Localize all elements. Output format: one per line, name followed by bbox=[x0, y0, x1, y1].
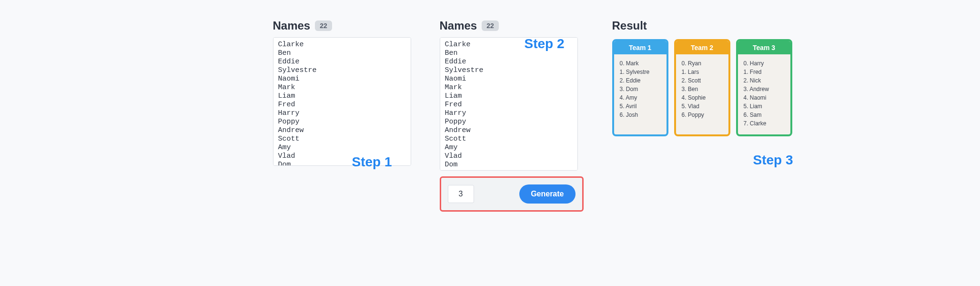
step2-panel: Names 22 Step 2 Generate bbox=[440, 19, 584, 212]
team-member: 6. Josh bbox=[620, 111, 661, 119]
names-count-badge: 22 bbox=[315, 20, 332, 31]
team-member: 5. Liam bbox=[744, 102, 785, 111]
team-member: 2. Nick bbox=[744, 76, 785, 85]
team-card: Team 20. Ryan1. Lars2. Scott3. Ben4. Sop… bbox=[674, 39, 730, 136]
team-member: 3. Ben bbox=[682, 85, 723, 93]
team-member: 7. Clarke bbox=[744, 119, 785, 128]
team-member: 2. Eddie bbox=[620, 76, 661, 85]
names-heading-2: Names bbox=[440, 19, 477, 32]
results-row: Team 10. Mark1. Sylvestre2. Eddie3. Dom4… bbox=[612, 39, 793, 136]
team-card: Team 30. Harry1. Fred2. Nick3. Andrew4. … bbox=[736, 39, 792, 136]
team-member: 3. Andrew bbox=[744, 85, 785, 93]
team-title: Team 3 bbox=[738, 41, 790, 54]
names-heading-row: Names 22 bbox=[273, 19, 411, 32]
generate-controls: Generate bbox=[440, 176, 584, 212]
team-member: 1. Lars bbox=[682, 68, 723, 76]
team-body: 0. Ryan1. Lars2. Scott3. Ben4. Sophie5. … bbox=[676, 54, 728, 126]
team-title: Team 2 bbox=[676, 41, 728, 54]
team-count-input[interactable] bbox=[448, 185, 474, 203]
names-textarea-2[interactable] bbox=[440, 37, 578, 171]
team-member: 0. Ryan bbox=[682, 59, 723, 68]
team-member: 4. Amy bbox=[620, 93, 661, 102]
team-title: Team 1 bbox=[614, 41, 667, 54]
result-heading: Result bbox=[612, 19, 793, 32]
names-count-badge-2: 22 bbox=[482, 20, 499, 31]
team-member: 6. Sam bbox=[744, 111, 785, 119]
team-member: 3. Dom bbox=[620, 85, 661, 93]
team-member: 0. Mark bbox=[620, 59, 661, 68]
team-body: 0. Harry1. Fred2. Nick3. Andrew4. Naomi5… bbox=[738, 54, 790, 134]
team-member: 0. Harry bbox=[744, 59, 785, 68]
team-member: 4. Naomi bbox=[744, 93, 785, 102]
generate-button[interactable]: Generate bbox=[519, 184, 575, 204]
team-member: 2. Scott bbox=[682, 76, 723, 85]
names-heading-row-2: Names 22 bbox=[440, 19, 584, 32]
team-card: Team 10. Mark1. Sylvestre2. Eddie3. Dom4… bbox=[612, 39, 668, 136]
names-textarea-1[interactable] bbox=[273, 37, 411, 166]
team-body: 0. Mark1. Sylvestre2. Eddie3. Dom4. Amy5… bbox=[614, 54, 667, 126]
step1-panel: Names 22 Step 1 bbox=[273, 19, 411, 168]
names-heading: Names bbox=[273, 19, 311, 32]
step3-label: Step 3 bbox=[753, 153, 793, 168]
step3-panel: Result Team 10. Mark1. Sylvestre2. Eddie… bbox=[612, 19, 793, 136]
team-member: 5. Vlad bbox=[682, 102, 723, 111]
team-member: 6. Poppy bbox=[682, 111, 723, 119]
team-member: 1. Fred bbox=[744, 68, 785, 76]
team-member: 1. Sylvestre bbox=[620, 68, 661, 76]
team-member: 5. Avril bbox=[620, 102, 661, 111]
team-member: 4. Sophie bbox=[682, 93, 723, 102]
